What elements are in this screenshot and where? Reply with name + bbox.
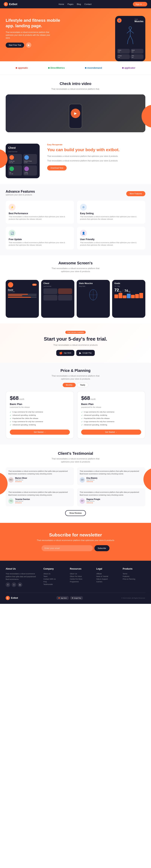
footer-legal-link-3[interactable]: Help & Support (96, 578, 119, 580)
google-play-button[interactable]: ▶ Google Play (76, 350, 95, 356)
feature-free-update: 🔄 Free Update That necessitates a robust… (6, 227, 74, 250)
price-2-feature-4: ✓5 App commerce for only four commerce (81, 420, 141, 423)
apple-icon: 🍎 (59, 351, 63, 354)
screens-section: Awesome Screen's That necessitates a rob… (0, 255, 151, 323)
reviewer-2-role: AppFatness (86, 479, 98, 481)
exercise-bench: Bench Press 3 x 8 (23, 154, 37, 164)
phone-stats-info: Stats Muscles (135, 18, 144, 23)
testimonials-grid: That necessitates a robust ecommerce pla… (6, 467, 145, 506)
yearly-toggle[interactable]: Yearly (77, 383, 88, 387)
reviewer-1-stars: ★★★★★ (15, 481, 27, 483)
footer-company-link-5[interactable]: Testimonials (43, 583, 66, 586)
nav-home[interactable]: Home (59, 3, 64, 5)
svg-line-7 (133, 40, 133, 44)
build-para1: That necessitates a robust ecommerce pla… (47, 155, 145, 158)
footer-company-link-4[interactable]: FAQ (43, 580, 66, 583)
body-outline (117, 24, 144, 48)
footer-logo: E Extbot (6, 596, 18, 600)
footer-resource-link-2[interactable]: Obzor For More (70, 575, 92, 578)
footer-legal-link-2[interactable]: News & Tutorial (96, 575, 119, 578)
footer-products-col: Products Terms Features Price & Planning (123, 567, 145, 587)
newsletter-section: Subscribe for newsletter That necessitat… (0, 523, 151, 561)
get-started-btn-2[interactable]: Get Started → (81, 430, 141, 435)
more-features-button[interactable]: More Features (126, 191, 145, 196)
video-thumbnail[interactable]: 📱 ▶ (6, 94, 145, 132)
reviewer-1: MO Marion Oliver AppFatness ★★★★★ (8, 477, 71, 483)
nav-pages[interactable]: Pages (68, 3, 73, 5)
play-button[interactable]: ▶ (71, 108, 80, 118)
testimonial-1: That necessitates a robust ecommerce pla… (6, 467, 74, 485)
navbar-logo-text: Extbot (9, 3, 17, 6)
reviewer-3: YO Yesenia Overton AppFatness ★★★★★ (8, 498, 71, 504)
logo-icon: E (4, 2, 8, 6)
price-2-feature-5: ✓Advanced upscaling, rendering (81, 423, 141, 427)
setting-icon: ⚙ (80, 204, 87, 211)
footer-about-col: About Us That necessitates a robust ecom… (6, 567, 40, 587)
monthly-toggle[interactable]: Monthly (63, 383, 76, 387)
hero-phone: 👤 Stats Muscles (111, 16, 145, 61)
price-2-feature-2: ✓Advanced upscaling, rendering (81, 414, 141, 417)
footer-resource-link-3[interactable]: Centre For More (70, 578, 92, 580)
goal-unit-2: kg (128, 290, 130, 292)
footer-legal-links: Affiliate News & Tutorial Help & Support… (96, 572, 119, 583)
footer-legal-link-1[interactable]: Affiliate (96, 572, 119, 575)
phone-header: 👤 Stats Muscles (117, 18, 144, 23)
footer-google-play-button[interactable]: ▶ Google Play (70, 596, 83, 600)
show-reviews-button[interactable]: Show Reviews (65, 510, 86, 516)
newsletter-form: Subscribe (41, 545, 110, 551)
price-1-feature-5: ✓Advanced upscaling, rendering (10, 423, 70, 427)
screen-stats: Stats Muscles Body Stats (77, 280, 110, 318)
get-started-btn-1[interactable]: Get Started → (10, 430, 70, 435)
linkedin-icon[interactable]: in (18, 583, 22, 587)
exercise-pushup: Push Up 3 x 12 (8, 154, 22, 164)
signin-button[interactable]: Sign In → (133, 2, 147, 6)
twitter-icon[interactable]: t (12, 583, 16, 587)
screens-grid: Pro David User Profile Chest Last Exerci… (6, 280, 145, 318)
trial-subtext: That necessitates a robust ecommerce pro… (6, 344, 145, 346)
reviewer-3-name: Yesenia Overton (15, 498, 30, 500)
mini-bars (114, 292, 143, 298)
brand-directmetrics: DirectMetrics (48, 67, 65, 69)
reviewer-1-avatar: MO (8, 477, 13, 483)
download-now-button[interactable]: Download Now (47, 165, 67, 170)
reviewer-4: RP Ragena Pringle AppFatness ★★★★★ (80, 498, 143, 504)
facebook-icon[interactable]: f (6, 583, 10, 587)
footer-app-store-button[interactable]: 🍎 App Store (56, 596, 69, 600)
navbar-logo: E Extbot (4, 2, 17, 6)
profile-badge: Pro (32, 284, 37, 286)
footer-product-link-3[interactable]: Price & Planning (123, 578, 145, 580)
footer-company-link-2[interactable]: Team (43, 575, 66, 578)
intro-video-subtext: That necessitates a robust ecommerce pla… (49, 87, 102, 91)
stat-neck: Neck— (117, 49, 130, 54)
intro-video-header: Check intro video That necessitates a ro… (0, 75, 151, 94)
footer-company-link-1[interactable]: About Us (43, 572, 66, 575)
nav-blog[interactable]: Blog (77, 3, 81, 5)
footer-play-icon: ▶ (72, 597, 73, 599)
trial-heading: Start your 5-day's free trial. (6, 336, 145, 342)
update-title: Free Update (9, 238, 71, 241)
price-1-feature-4: ✓5 App commerce for only four commerce (10, 420, 70, 423)
reviewer-4-name: Ragena Pringle (86, 498, 100, 500)
store-buttons: 🍎 App Store ▶ Google Play (6, 350, 145, 356)
footer-resource-link-4[interactable]: Programme (70, 580, 92, 583)
pricing-toggle: Monthly Yearly (6, 383, 145, 387)
trial-button[interactable]: Start Free Trial (6, 42, 24, 48)
footer-resource-link-1[interactable]: Obzor Us (70, 572, 92, 575)
footer-product-link-2[interactable]: Features (123, 575, 145, 578)
newsletter-submit-button[interactable]: Subscribe (95, 545, 110, 551)
hero-subtext: That necessitates a robust ecommerce pla… (6, 31, 55, 39)
footer-about-text: That necessitates a robust ecommerce pla… (6, 572, 40, 581)
feature-user-friendly: 👤 User Friendly That necessitates a robu… (77, 227, 145, 250)
stats-screen-sub: Body Stats (79, 285, 108, 287)
app-store-button[interactable]: 🍎 App Store (56, 350, 74, 356)
newsletter-heading: Subscribe for newsletter (6, 532, 145, 537)
footer-social: f t in (6, 583, 40, 587)
nav-contact[interactable]: Contact (84, 3, 91, 5)
newsletter-input[interactable] (41, 545, 93, 551)
play-circle-button[interactable]: ▶ (26, 42, 31, 48)
footer-legal-link-4[interactable]: Carriers (96, 580, 119, 583)
testimonial-1-text: That necessitates a robust ecommerce pla… (8, 470, 71, 475)
footer-product-link-1[interactable]: Terms (123, 572, 145, 575)
footer-company-link-3[interactable]: Contact With Us (43, 578, 66, 580)
price-2-desc: popularized for the release (81, 406, 141, 408)
